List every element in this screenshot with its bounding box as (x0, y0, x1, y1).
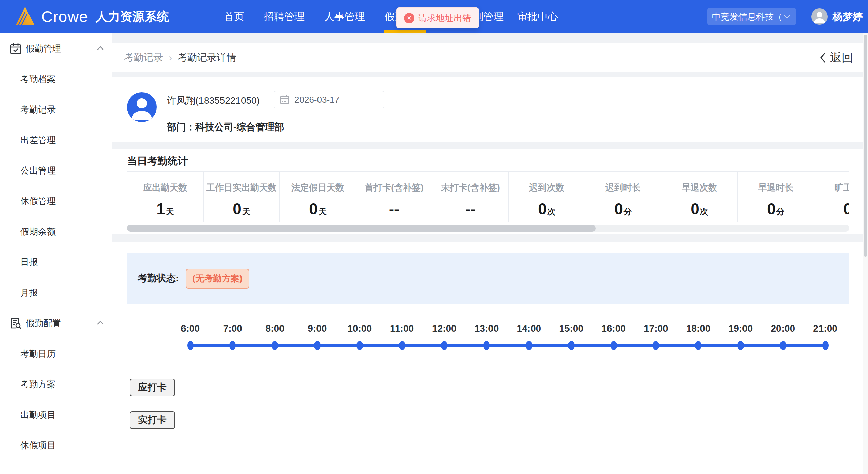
stat-number: 0 (538, 200, 547, 218)
timeline-dot (737, 341, 744, 350)
nav-item-首页[interactable]: 首页 (224, 0, 244, 33)
stat-label: 旷工天数 (834, 182, 849, 194)
timeline-hour-label: 9:00 (297, 323, 337, 334)
stat-label: 工作日实出勤天数 (206, 182, 277, 194)
breadcrumb-attendance-records[interactable]: 考勤记录 (124, 51, 163, 64)
timeline-dot (272, 341, 278, 350)
sidebar-item-考勤档案[interactable]: 考勤档案 (0, 64, 112, 94)
chevron-up-icon (96, 44, 105, 53)
timeline-dot (653, 341, 659, 350)
company-select[interactable]: 中竞发信息科技（... (707, 8, 796, 25)
date-picker[interactable]: 2026-03-17 (274, 91, 384, 108)
stat-value: 0天 (843, 200, 849, 218)
actual-punch-button[interactable]: 实打卡 (130, 411, 175, 429)
nav-item-招聘管理[interactable]: 招聘管理 (264, 0, 305, 33)
nav-item-人事管理[interactable]: 人事管理 (324, 0, 365, 33)
stat-value: 0次 (691, 200, 708, 218)
timeline-hour-label: 12:00 (424, 323, 465, 334)
stat-value: -- (389, 200, 400, 218)
brand-name: Crowe (41, 7, 88, 26)
timeline-point-12:00: 12:00 (424, 323, 465, 334)
stat-cell-迟到次数: 迟到次数0次 (509, 172, 585, 222)
sidebar-group-假勤配置[interactable]: 假勤配置 (0, 308, 112, 338)
sidebar-item-考勤日历[interactable]: 考勤日历 (0, 338, 112, 369)
chevron-up-icon (96, 319, 105, 328)
sidebar-item-休假管理[interactable]: 休假管理 (0, 186, 112, 216)
timeline-dot (526, 341, 532, 350)
employee-avatar (127, 92, 157, 122)
brand: Crowe 人力资源系统 (14, 0, 169, 33)
sidebar-item-月报[interactable]: 月报 (0, 277, 112, 308)
page-scrollbar-thumb[interactable] (864, 35, 867, 257)
stat-number: 0 (691, 200, 699, 218)
stat-number: 0 (843, 200, 849, 218)
stat-label: 末打卡(含补签) (441, 182, 500, 194)
stat-cell-早退次数: 早退次数0次 (661, 172, 738, 222)
sidebar-item-出勤项目[interactable]: 出勤项目 (0, 399, 112, 430)
timeline-dot (356, 341, 363, 350)
sidebar-item-考勤记录[interactable]: 考勤记录 (0, 94, 112, 125)
stat-number: 0 (614, 200, 623, 218)
timeline-point-15:00: 15:00 (551, 323, 592, 334)
stat-cell-早退时长: 早退时长0分 (738, 172, 814, 222)
stat-cell-迟到时长: 迟到时长0分 (585, 172, 661, 222)
header-user-menu[interactable]: 杨梦婷 (811, 0, 863, 33)
timeline-point-7:00: 7:00 (212, 323, 253, 334)
breadcrumb-bar: 考勤记录 › 考勤记录详情 返回 (112, 43, 863, 72)
timeline-hour-label: 21:00 (805, 323, 846, 334)
stat-label: 迟到时长 (605, 182, 641, 194)
sidebar-item-休假项目[interactable]: 休假项目 (0, 430, 112, 460)
sidebar-group-假勤管理[interactable]: 假勤管理 (0, 33, 112, 64)
stats-row: 应出勤天数1天工作日实出勤天数0天法定假日天数0天首打卡(含补签)--末打卡(含… (127, 171, 849, 222)
back-button[interactable]: 返回 (819, 43, 853, 72)
timeline-dot (568, 341, 575, 350)
timeline-hour-label: 11:00 (382, 323, 422, 334)
sidebar-item-考勤方案[interactable]: 考勤方案 (0, 369, 112, 399)
sidebar-item-出差管理[interactable]: 出差管理 (0, 125, 112, 155)
crowe-triangle-logo-icon (14, 6, 35, 27)
attendance-status-box: 考勤状态: (无考勤方案) (127, 253, 849, 304)
stat-value: 0分 (614, 200, 632, 218)
timeline-point-14:00: 14:00 (508, 323, 549, 334)
sidebar: 假勤管理 考勤档案考勤记录出差管理公出管理休假管理假期余额日报月报 假勤配置 考… (0, 33, 112, 474)
sidebar-item-假期余额[interactable]: 假期余额 (0, 216, 112, 247)
nav-item-审批中心[interactable]: 审批中心 (517, 0, 558, 33)
main-content: 考勤记录 › 考勤记录详情 返回 许凤翔(18355221050) (112, 33, 863, 474)
timeline-point-21:00: 21:00 (805, 323, 846, 334)
timeline-dot (483, 341, 490, 350)
timeline-point-16:00: 16:00 (593, 323, 634, 334)
stat-value: 0分 (767, 200, 785, 218)
sidebar-group-label: 假勤配置 (26, 317, 61, 329)
stat-unit: 分 (624, 207, 632, 216)
date-value: 2026-03-17 (294, 95, 340, 105)
stat-unit: 天 (242, 207, 250, 216)
stats-scrollbar-thumb[interactable] (127, 225, 596, 232)
daily-stats-card: 当日考勤统计 应出勤天数1天工作日实出勤天数0天法定假日天数0天首打卡(含补签)… (112, 149, 863, 234)
stat-cell-末打卡(含补签): 末打卡(含补签)-- (432, 172, 509, 222)
sidebar-item-日报[interactable]: 日报 (0, 247, 112, 277)
employee-name-phone: 许凤翔(18355221050) (167, 94, 260, 107)
stats-horizontal-scrollbar[interactable] (127, 225, 849, 232)
stats-viewport: 应出勤天数1天工作日实出勤天数0天法定假日天数0天首打卡(含补签)--末打卡(含… (127, 171, 849, 222)
timeline-hour-label: 18:00 (678, 323, 719, 334)
timeline-point-6:00: 6:00 (170, 323, 211, 334)
timeline-dot (314, 341, 321, 350)
page-vertical-scrollbar[interactable] (863, 33, 868, 474)
document-search-icon (9, 317, 22, 329)
timeline-dot (441, 341, 447, 350)
error-toast: ✕ 请求地址出错 (396, 7, 479, 28)
no-plan-badge: (无考勤方案) (186, 269, 249, 289)
stat-cell-旷工天数: 旷工天数0天 (814, 172, 849, 222)
department-label: 部门： (167, 122, 195, 132)
timeline-dot (611, 341, 617, 350)
stat-label: 迟到次数 (529, 182, 564, 194)
stat-label: 应出勤天数 (143, 182, 187, 194)
stat-value: -- (465, 200, 476, 218)
sidebar-item-公出管理[interactable]: 公出管理 (0, 155, 112, 186)
required-punch-button[interactable]: 应打卡 (130, 379, 175, 396)
user-avatar-icon (811, 8, 828, 25)
username: 杨梦婷 (832, 10, 863, 24)
stat-value: 0次 (538, 200, 556, 218)
employee-card: 许凤翔(18355221050) 2026-03-17 部门：科技公司-综合管理… (112, 77, 863, 142)
stat-label: 早退时长 (758, 182, 793, 194)
